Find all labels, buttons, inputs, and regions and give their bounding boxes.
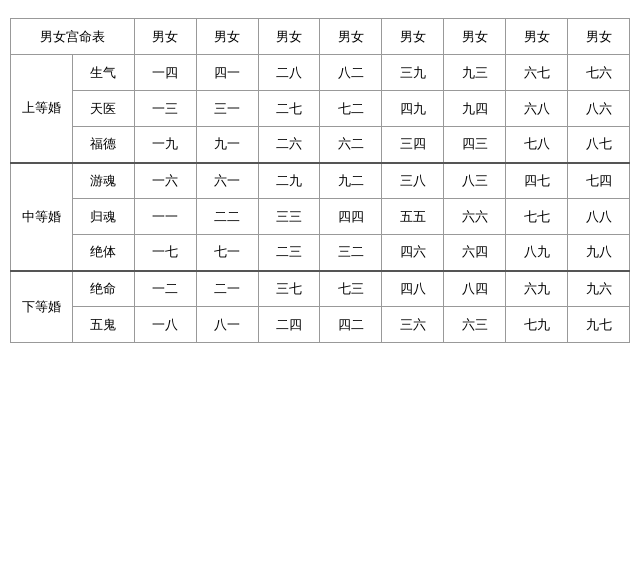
cell-1-2-4: 四六: [382, 235, 444, 271]
cell-2-0-6: 六九: [506, 271, 568, 307]
sub-label-0-1: 天医: [72, 91, 134, 127]
cell-1-0-1: 六一: [196, 163, 258, 199]
cell-2-1-0: 一八: [134, 307, 196, 343]
cell-0-2-5: 四三: [444, 127, 506, 163]
header-col-4: 男女: [382, 19, 444, 55]
header-col-3: 男女: [320, 19, 382, 55]
cell-1-1-0: 一一: [134, 199, 196, 235]
header-col-7: 男女: [568, 19, 630, 55]
cell-0-1-1: 三一: [196, 91, 258, 127]
cell-0-0-4: 三九: [382, 55, 444, 91]
cell-2-0-4: 四八: [382, 271, 444, 307]
cell-1-2-7: 九八: [568, 235, 630, 271]
cell-0-1-2: 二七: [258, 91, 320, 127]
header-col-6: 男女: [506, 19, 568, 55]
cell-2-1-4: 三六: [382, 307, 444, 343]
cell-0-1-7: 八六: [568, 91, 630, 127]
header-col-1: 男女: [196, 19, 258, 55]
cell-2-0-7: 九六: [568, 271, 630, 307]
cell-1-0-3: 九二: [320, 163, 382, 199]
group-label-0: 上等婚: [11, 55, 73, 163]
cell-0-2-3: 六二: [320, 127, 382, 163]
main-table: 男女宫命表男女男女男女男女男女男女男女男女上等婚生气一四四一二八八二三九九三六七…: [10, 18, 630, 343]
cell-2-0-2: 三七: [258, 271, 320, 307]
cell-0-2-0: 一九: [134, 127, 196, 163]
cell-0-1-0: 一三: [134, 91, 196, 127]
cell-0-2-4: 三四: [382, 127, 444, 163]
cell-0-1-3: 七二: [320, 91, 382, 127]
cell-1-0-2: 二九: [258, 163, 320, 199]
cell-0-0-7: 七六: [568, 55, 630, 91]
header-col-5: 男女: [444, 19, 506, 55]
cell-1-0-6: 四七: [506, 163, 568, 199]
cell-1-1-3: 四四: [320, 199, 382, 235]
cell-0-0-2: 二八: [258, 55, 320, 91]
cell-1-1-5: 六六: [444, 199, 506, 235]
cell-2-1-6: 七九: [506, 307, 568, 343]
cell-1-0-5: 八三: [444, 163, 506, 199]
sub-label-2-1: 五鬼: [72, 307, 134, 343]
header-col0: 男女宫命表: [11, 19, 135, 55]
cell-1-1-4: 五五: [382, 199, 444, 235]
cell-0-0-1: 四一: [196, 55, 258, 91]
cell-0-1-6: 六八: [506, 91, 568, 127]
cell-0-0-3: 八二: [320, 55, 382, 91]
cell-2-1-3: 四二: [320, 307, 382, 343]
group-label-2: 下等婚: [11, 271, 73, 343]
cell-1-2-1: 七一: [196, 235, 258, 271]
cell-1-2-2: 二三: [258, 235, 320, 271]
cell-2-1-7: 九七: [568, 307, 630, 343]
cell-1-2-0: 一七: [134, 235, 196, 271]
cell-1-2-6: 八九: [506, 235, 568, 271]
cell-2-1-2: 二四: [258, 307, 320, 343]
sub-label-1-2: 绝体: [72, 235, 134, 271]
cell-0-1-5: 九四: [444, 91, 506, 127]
header-col-2: 男女: [258, 19, 320, 55]
sub-label-1-1: 归魂: [72, 199, 134, 235]
cell-2-0-5: 八四: [444, 271, 506, 307]
cell-0-2-2: 二六: [258, 127, 320, 163]
cell-1-2-3: 三二: [320, 235, 382, 271]
cell-0-0-6: 六七: [506, 55, 568, 91]
cell-1-0-7: 七四: [568, 163, 630, 199]
cell-0-0-0: 一四: [134, 55, 196, 91]
cell-1-1-2: 三三: [258, 199, 320, 235]
cell-0-0-5: 九三: [444, 55, 506, 91]
cell-0-2-7: 八七: [568, 127, 630, 163]
cell-0-2-1: 九一: [196, 127, 258, 163]
cell-2-1-5: 六三: [444, 307, 506, 343]
cell-1-1-6: 七七: [506, 199, 568, 235]
header-col-0: 男女: [134, 19, 196, 55]
sub-label-2-0: 绝命: [72, 271, 134, 307]
cell-2-0-1: 二一: [196, 271, 258, 307]
cell-2-1-1: 八一: [196, 307, 258, 343]
cell-2-0-0: 一二: [134, 271, 196, 307]
cell-1-2-5: 六四: [444, 235, 506, 271]
sub-label-1-0: 游魂: [72, 163, 134, 199]
cell-1-0-0: 一六: [134, 163, 196, 199]
cell-1-0-4: 三八: [382, 163, 444, 199]
cell-0-1-4: 四九: [382, 91, 444, 127]
cell-1-1-7: 八八: [568, 199, 630, 235]
cell-2-0-3: 七三: [320, 271, 382, 307]
sub-label-0-2: 福德: [72, 127, 134, 163]
sub-label-0-0: 生气: [72, 55, 134, 91]
cell-1-1-1: 二二: [196, 199, 258, 235]
cell-0-2-6: 七八: [506, 127, 568, 163]
group-label-1: 中等婚: [11, 163, 73, 271]
